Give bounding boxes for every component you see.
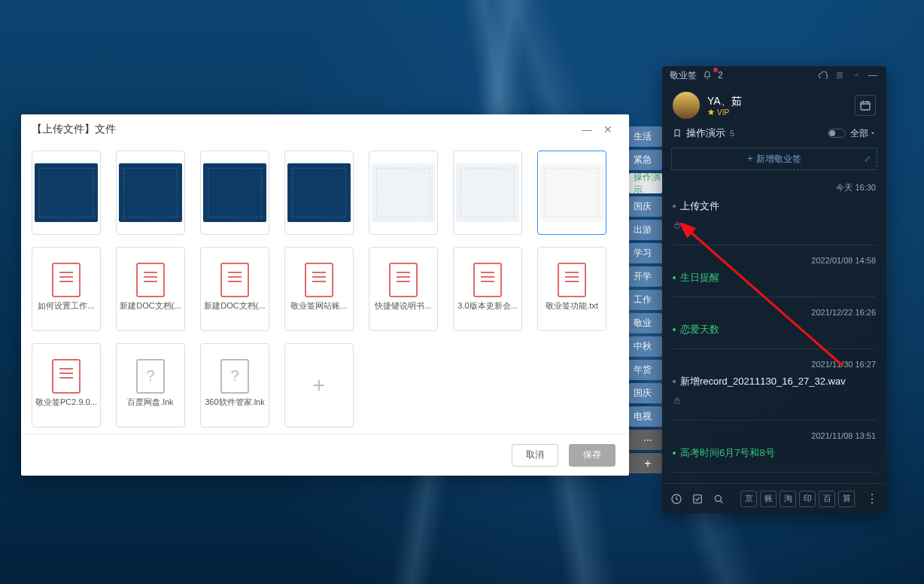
category-tag[interactable]: 年货 xyxy=(629,360,662,380)
unknown-file-icon: ? xyxy=(220,359,249,394)
file-thumbnail xyxy=(203,163,266,222)
file-thumbnail xyxy=(540,163,603,222)
category-tag[interactable]: 中秋 xyxy=(629,336,662,357)
avatar[interactable] xyxy=(673,92,700,119)
expand-icon[interactable]: ⤢ xyxy=(864,154,871,164)
file-item[interactable]: 新建DOC文档(... xyxy=(200,247,269,331)
shortcut-chip[interactable]: 印 xyxy=(799,491,816,507)
file-item[interactable] xyxy=(537,151,606,235)
note-item[interactable]: 2021/12/22 16:26恋爱天数 xyxy=(673,297,876,349)
category-tag[interactable]: 国庆 xyxy=(629,383,662,403)
add-file-button[interactable]: + xyxy=(284,343,354,427)
shortcut-chip[interactable]: 百 xyxy=(819,491,835,507)
search-icon[interactable] xyxy=(712,492,725,506)
file-item[interactable]: 敬业签网站账... xyxy=(284,247,354,331)
cancel-button[interactable]: 取消 xyxy=(512,444,558,467)
file-item[interactable]: 敬业签功能.txt xyxy=(537,247,606,331)
file-thumbnail xyxy=(287,163,351,222)
category-tag[interactable]: 学习 xyxy=(629,243,662,263)
file-item[interactable] xyxy=(453,151,522,235)
unknown-file-icon: ? xyxy=(136,359,165,394)
menu-icon[interactable] xyxy=(834,69,846,81)
file-item[interactable]: 新建DOC文档(... xyxy=(116,247,185,331)
category-tag[interactable]: 工作 xyxy=(629,290,662,310)
bullet-icon xyxy=(673,328,676,331)
note-timestamp: 2021/12/22 16:26 xyxy=(673,308,876,317)
lock-icon xyxy=(673,394,876,408)
user-row: YA、茹 VIP xyxy=(662,84,886,126)
file-name: 360软件管家.lnk xyxy=(201,394,269,412)
category-tag[interactable]: 开学 xyxy=(629,266,662,287)
category-tag[interactable]: 生活 xyxy=(629,126,662,147)
notes-list: 今天 16:30上传文件2022/01/08 14:58生日提醒2021/12/… xyxy=(662,172,886,483)
new-note-button[interactable]: + 新增敬业签 ⤢ xyxy=(671,148,877,170)
file-name: 敬业签功能.txt xyxy=(538,297,606,316)
list-title: 操作演示 xyxy=(686,126,725,140)
filter-dropdown[interactable]: 全部 xyxy=(850,127,876,140)
file-name: 快捷键说明书... xyxy=(369,297,437,316)
minimize-button[interactable]: — xyxy=(576,119,597,140)
tags-add-button[interactable]: + xyxy=(629,453,662,473)
upload-dialog: 【上传文件】文件 — ✕ 如何设置工作...新建DOC文档(...新建DOC文档… xyxy=(21,114,629,476)
bell-icon[interactable] xyxy=(701,69,713,81)
category-tag[interactable]: 电视 xyxy=(629,406,662,427)
note-title: 生日提醒 xyxy=(673,271,876,284)
plus-icon: + xyxy=(747,154,752,164)
app-name: 敬业签 xyxy=(670,69,697,82)
note-item[interactable]: 2021/11/30 16:27新增record_20211130_16_27_… xyxy=(673,349,876,421)
file-item[interactable] xyxy=(369,151,438,235)
view-toggle[interactable] xyxy=(828,129,846,138)
cloud-sync-icon[interactable] xyxy=(817,69,829,81)
file-item[interactable] xyxy=(116,151,185,235)
category-tag[interactable]: 敬业 xyxy=(629,313,662,333)
file-name: 敬业签网站账... xyxy=(285,297,353,316)
svg-rect-2 xyxy=(675,400,679,404)
document-icon xyxy=(52,359,81,394)
save-button[interactable]: 保存 xyxy=(569,444,615,467)
file-item[interactable]: 3.0版本更新会... xyxy=(453,247,522,331)
category-tag[interactable]: 出游 xyxy=(629,220,662,240)
file-item[interactable]: ?百度网盘.lnk xyxy=(116,343,185,427)
file-item[interactable] xyxy=(200,151,269,235)
file-item[interactable] xyxy=(32,151,101,235)
close-button[interactable]: ✕ xyxy=(597,119,619,140)
shortcut-chip[interactable]: 账 xyxy=(760,491,777,507)
more-icon[interactable]: ⋮ xyxy=(865,492,879,506)
note-timestamp: 今天 16:30 xyxy=(673,182,876,193)
file-item[interactable]: 如何设置工作... xyxy=(32,247,101,331)
file-name: 新建DOC文档(... xyxy=(201,297,269,316)
document-icon xyxy=(305,263,333,297)
file-item[interactable]: 快捷键说明书... xyxy=(369,247,438,331)
category-tag[interactable]: 国庆 xyxy=(629,196,662,217)
file-item[interactable]: 敬业签PC2.9.0... xyxy=(32,343,101,427)
note-item[interactable]: 2021/11/08 13:51高考时间6月7号和8号 xyxy=(673,421,876,473)
file-item[interactable] xyxy=(284,151,354,235)
calendar-button[interactable] xyxy=(855,95,876,116)
collapse-up-icon[interactable] xyxy=(850,69,862,81)
panel-minimize-icon[interactable]: — xyxy=(867,69,879,81)
list-header: 操作演示 5 全部 xyxy=(662,126,886,144)
file-item[interactable]: ?360软件管家.lnk xyxy=(200,343,269,427)
category-tag[interactable]: 操作演示 xyxy=(629,173,662,193)
category-tag[interactable]: 紧急 xyxy=(629,150,662,170)
svg-rect-4 xyxy=(694,494,702,503)
shortcut-chip[interactable]: 算 xyxy=(838,491,855,507)
vip-badge: VIP xyxy=(707,108,847,117)
tags-more-button[interactable]: ⋯ xyxy=(629,430,662,450)
svg-point-5 xyxy=(715,495,721,501)
bullet-icon xyxy=(673,276,676,279)
file-name: 3.0版本更新会... xyxy=(454,297,521,316)
note-item[interactable]: 今天 16:30上传文件 xyxy=(673,172,876,245)
dialog-header: 【上传文件】文件 — ✕ xyxy=(21,114,629,144)
note-item[interactable]: 2022/01/08 14:58生日提醒 xyxy=(673,245,876,297)
note-title: 高考时间6月7号和8号 xyxy=(673,446,876,460)
clock-icon[interactable] xyxy=(670,492,683,506)
shortcut-chip[interactable]: 京 xyxy=(740,491,757,507)
file-thumbnail xyxy=(372,163,435,222)
badge-count: 2 xyxy=(718,70,723,81)
shortcut-chip[interactable]: 淘 xyxy=(780,491,796,507)
user-name: YA、茹 xyxy=(707,95,847,108)
file-thumbnail xyxy=(456,163,519,222)
document-icon xyxy=(52,263,81,297)
check-icon[interactable] xyxy=(691,492,704,506)
